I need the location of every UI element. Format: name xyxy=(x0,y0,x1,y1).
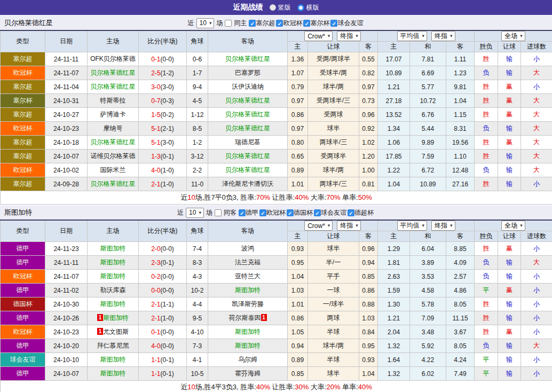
col-result-wl: 胜负 xyxy=(475,42,498,52)
bookmaker-stage-select[interactable]: 终指▾ xyxy=(337,221,361,231)
match-score: 2-1(1-0) xyxy=(139,311,187,325)
average-select[interactable]: 平均值▾ xyxy=(397,221,428,231)
away-team-name[interactable]: 沃伊沃迪纳 xyxy=(232,83,264,90)
avg-away-odds: 8.05 xyxy=(446,339,475,353)
match-row: 塞尔超24-09-28贝尔格莱德红星2-1(1-0)11-0泽伦斯尼卡潘切沃1.… xyxy=(1,177,552,191)
league-filter-checkbox[interactable]: ✓ xyxy=(239,209,246,216)
away-team-name[interactable]: 泽伦斯尼卡潘切沃 xyxy=(222,180,273,187)
handicap-line: 球半 xyxy=(308,242,359,256)
half-time-score: (1-0) xyxy=(161,315,174,322)
home-team-name[interactable]: 斯图加特 xyxy=(100,370,126,377)
home-team-name[interactable]: 诺维贝尔格莱德 xyxy=(91,152,136,160)
average-stage-select[interactable]: 终指▾ xyxy=(431,31,455,41)
avg-home-odds: 1.32 xyxy=(378,367,410,381)
league-filter-checkbox[interactable]: ✓ xyxy=(303,20,310,27)
away-team-name[interactable]: 亚特兰大 xyxy=(235,272,261,280)
handicap-line: 球半/两 xyxy=(308,163,359,177)
league-filter-checkbox[interactable]: ✓ xyxy=(330,20,337,27)
bookmaker-select[interactable]: Crow*▾ xyxy=(304,31,333,41)
away-team-name[interactable]: 瑞德尼基 xyxy=(235,138,261,146)
avg-home-odds: 1.04 xyxy=(378,177,410,191)
full-time-score: 2-1 xyxy=(151,301,160,308)
radio-unselected-icon[interactable] xyxy=(270,4,276,11)
away-team-name[interactable]: 贝尔格莱德红星 xyxy=(225,166,270,174)
away-team-name[interactable]: 斯图加特 xyxy=(235,342,261,349)
home-team-name[interactable]: 国际米兰 xyxy=(100,166,126,174)
away-team-name[interactable]: 霍芬海姆 xyxy=(235,370,261,377)
chevron-down-icon: ▾ xyxy=(520,223,523,228)
home-team-name[interactable]: 特斯蒂拉 xyxy=(100,97,126,104)
away-team-name[interactable]: 贝尔格莱德红星 xyxy=(225,97,270,104)
handicap-odds-home: 0.86 xyxy=(288,108,308,122)
full-time-score: 1-3 xyxy=(151,153,160,160)
home-team-name[interactable]: 斯图加特 xyxy=(100,356,126,363)
home-team-name[interactable]: 斯图加特 xyxy=(100,272,126,280)
league-filter-checkbox[interactable]: ✓ xyxy=(249,20,256,27)
same-home-checkbox[interactable] xyxy=(225,20,232,27)
home-team-name[interactable]: 拜仁慕尼黑 xyxy=(97,342,129,349)
match-row: 欧冠杯24-11-07贝尔格莱德红星2-5(1-2)1-7巴塞罗那1.07受球半… xyxy=(1,66,552,80)
home-team-name[interactable]: 斯图加特 xyxy=(103,314,129,322)
avg-home-odds: 1.21 xyxy=(378,80,410,94)
away-team-name[interactable]: 斯图加特 xyxy=(235,286,261,294)
away-team-name[interactable]: 乌尔姆 xyxy=(238,356,257,363)
scope-select[interactable]: 全场▾ xyxy=(501,31,525,41)
corner-score: 10-5 xyxy=(187,367,208,381)
league-badge: 德甲 xyxy=(1,367,45,381)
league-filter-checkbox[interactable]: ✓ xyxy=(314,209,321,216)
average-stage-select[interactable]: 终指▾ xyxy=(431,221,455,231)
away-team-name[interactable]: 斯图加特 xyxy=(235,328,261,335)
result-winloss: 胜 xyxy=(475,136,498,150)
away-team-name[interactable]: 波鸿 xyxy=(241,245,254,252)
home-team-name[interactable]: 勒沃库森 xyxy=(100,286,126,294)
bookmaker-select[interactable]: Crow*▾ xyxy=(304,221,333,231)
home-team-name[interactable]: 斯图加特 xyxy=(100,245,126,252)
recent-count-select[interactable]: 10 ▾ xyxy=(186,208,204,218)
home-team-name[interactable]: 贝尔格莱德红星 xyxy=(91,138,136,146)
away-team-cell: 贝尔格莱德红星 xyxy=(208,150,288,163)
home-team-name[interactable]: 斯图加特 xyxy=(100,258,126,266)
away-team-name[interactable]: 凯泽斯劳滕 xyxy=(232,300,264,308)
league-filter-checkbox[interactable]: ✓ xyxy=(259,209,266,216)
result-goals: 小 xyxy=(521,325,552,339)
away-team-name[interactable]: 荷尔斯泰因 xyxy=(229,314,261,322)
layout-option-horizontal[interactable]: 横版 xyxy=(297,3,319,12)
home-team-name[interactable]: 摩纳哥 xyxy=(104,124,123,132)
bookmaker-stage-select[interactable]: 终指▾ xyxy=(337,31,361,41)
average-select[interactable]: 平均值▾ xyxy=(397,31,428,41)
corner-score: 7-3 xyxy=(187,339,208,353)
home-team-name[interactable]: 尤文图斯 xyxy=(103,328,129,335)
team1-name: 贝尔格莱德红星 xyxy=(4,15,53,30)
avg-draw-odds: 10.72 xyxy=(410,94,446,108)
scope-select[interactable]: 全场▾ xyxy=(501,221,525,231)
away-team-name[interactable]: 法兰克福 xyxy=(235,258,261,266)
league-filter-checkbox[interactable]: ✓ xyxy=(276,20,283,27)
recent-count-select[interactable]: 10 ▾ xyxy=(196,18,215,28)
layout-option-vertical[interactable]: 竖版 xyxy=(270,3,291,12)
handicap-line: 一球 xyxy=(308,284,359,297)
away-team-name[interactable]: 贝尔格莱德红星 xyxy=(225,152,270,160)
home-team-name[interactable]: 斯图加特 xyxy=(100,300,126,308)
result-handicap: 赢 xyxy=(498,242,521,256)
result-handicap: 赢 xyxy=(498,108,521,122)
home-team-name[interactable]: 贝尔格莱德红星 xyxy=(91,83,136,90)
away-team-name[interactable]: 巴塞罗那 xyxy=(235,69,261,76)
home-team-name[interactable]: 贝尔格莱德红星 xyxy=(91,180,136,187)
away-team-name[interactable]: 贝尔格莱德红星 xyxy=(225,55,270,62)
match-row: 塞尔超24-10-27萨博迪卡1-5(0-2)1-12贝尔格莱德红星0.86受两… xyxy=(1,108,552,122)
home-team-cell: 国际米兰 xyxy=(88,163,139,177)
col-date: 日期 xyxy=(45,30,88,52)
match-score: 2-5(1-2) xyxy=(139,66,187,80)
league-filter-checkbox[interactable]: ✓ xyxy=(287,209,294,216)
match-score: 4-0(0-0) xyxy=(139,339,187,353)
avg-home-odds: 17.85 xyxy=(378,150,410,163)
home-team-name[interactable]: 贝尔格莱德红星 xyxy=(91,69,136,76)
away-team-name[interactable]: 贝尔格莱德红星 xyxy=(225,111,270,118)
away-team-name[interactable]: 贝尔格莱德红星 xyxy=(225,124,270,132)
league-badge: 欧冠杯 xyxy=(1,66,45,80)
radio-selected-icon[interactable] xyxy=(297,4,304,11)
home-team-name[interactable]: 萨博迪卡 xyxy=(100,111,126,118)
league-filter-checkbox[interactable]: ✓ xyxy=(348,209,354,216)
home-team-name[interactable]: OFK贝尔格莱德 xyxy=(90,55,136,62)
same-away-checkbox[interactable] xyxy=(215,209,222,216)
